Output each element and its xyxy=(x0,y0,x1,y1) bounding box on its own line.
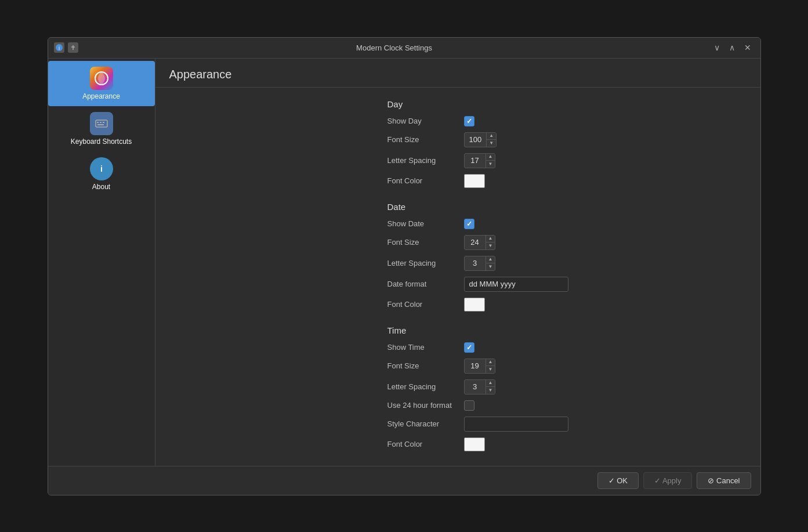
day-letter-spacing-down[interactable]: ▼ xyxy=(486,161,495,168)
sidebar-item-about[interactable]: i About xyxy=(48,151,155,197)
day-font-size-spinner-buttons: ▲ ▼ xyxy=(486,133,496,147)
day-font-size-up[interactable]: ▲ xyxy=(487,133,496,140)
date-letter-spacing-row: Letter Spacing 3 ▲ ▼ xyxy=(387,256,726,271)
date-font-color-row: Font Color xyxy=(387,298,726,312)
date-font-size-down[interactable]: ▼ xyxy=(486,243,495,249)
time-letter-spacing-row: Letter Spacing 3 ▲ ▼ xyxy=(387,379,726,395)
day-letter-spacing-value: 17 xyxy=(465,156,485,165)
time-letter-spacing-spinner: 3 ▲ ▼ xyxy=(464,379,496,395)
time-font-size-value: 19 xyxy=(465,361,485,370)
day-font-size-down[interactable]: ▼ xyxy=(487,140,496,147)
date-font-size-label: Font Size xyxy=(387,238,457,247)
day-font-color-label: Font Color xyxy=(387,176,457,185)
app-icon: i xyxy=(54,42,64,53)
day-font-size-value: 100 xyxy=(465,135,487,144)
footer: ✓ OK ✓ Apply ⊘ Cancel xyxy=(48,466,760,495)
day-letter-spacing-row: Letter Spacing 17 ▲ ▼ xyxy=(387,153,726,168)
date-letter-spacing-up[interactable]: ▲ xyxy=(486,256,495,264)
svg-rect-9 xyxy=(97,124,104,125)
titlebar: i Modern Clock Settings ∨ ∧ ✕ xyxy=(48,38,760,59)
show-date-check-mark: ✓ xyxy=(466,220,472,228)
date-section: Date Show Date ✓ Font Size 24 ▲ xyxy=(387,202,726,312)
time-letter-spacing-buttons: ▲ ▼ xyxy=(485,380,495,394)
day-letter-spacing-label: Letter Spacing xyxy=(387,156,457,165)
time-font-size-up[interactable]: ▲ xyxy=(486,359,495,367)
date-letter-spacing-spinner: 3 ▲ ▼ xyxy=(464,256,496,271)
content-area: Appearance Keyboard Shortcuts xyxy=(48,59,760,466)
time-letter-spacing-down[interactable]: ▼ xyxy=(486,387,495,394)
ok-button[interactable]: ✓ OK xyxy=(597,472,639,489)
day-section: Day Show Day ✓ Font Size 100 ▲ xyxy=(387,99,726,188)
time-font-color-label: Font Color xyxy=(387,440,457,448)
use-24-hour-label: Use 24 hour format xyxy=(387,401,457,410)
date-letter-spacing-down[interactable]: ▼ xyxy=(486,263,495,270)
titlebar-left-icons: i xyxy=(54,42,78,53)
date-font-size-row: Font Size 24 ▲ ▼ xyxy=(387,235,726,250)
show-date-label: Show Date xyxy=(387,219,457,228)
apply-button[interactable]: ✓ Apply xyxy=(643,472,692,489)
day-section-title: Day xyxy=(387,99,726,109)
time-font-color-row: Font Color xyxy=(387,437,726,451)
show-time-row: Show Time ✓ xyxy=(387,342,726,353)
date-font-color-label: Font Color xyxy=(387,300,457,309)
date-font-size-up[interactable]: ▲ xyxy=(486,236,495,243)
main-panel: Appearance Day Show Day ✓ Font Size xyxy=(155,59,760,466)
minimize-button[interactable]: ∨ xyxy=(711,42,723,53)
keyboard-icon xyxy=(90,112,113,135)
close-button[interactable]: ✕ xyxy=(741,42,755,53)
date-letter-spacing-label: Letter Spacing xyxy=(387,259,457,267)
show-day-checkbox[interactable]: ✓ xyxy=(464,116,474,126)
date-font-size-value: 24 xyxy=(465,238,485,247)
sidebar-item-keyboard-shortcuts[interactable]: Keyboard Shortcuts xyxy=(48,106,155,151)
time-letter-spacing-up[interactable]: ▲ xyxy=(486,380,495,388)
time-font-size-down[interactable]: ▼ xyxy=(486,366,495,373)
use-24-hour-row: Use 24 hour format xyxy=(387,400,726,411)
day-font-size-row: Font Size 100 ▲ ▼ xyxy=(387,132,726,147)
svg-text:i: i xyxy=(59,45,60,51)
date-letter-spacing-value: 3 xyxy=(465,259,485,267)
about-label: About xyxy=(92,183,110,191)
main-header: Appearance xyxy=(155,59,760,88)
window-controls: ∨ ∧ ✕ xyxy=(711,42,755,53)
date-font-color-swatch[interactable] xyxy=(464,298,485,312)
date-format-label: Date format xyxy=(387,280,457,288)
appearance-icon xyxy=(90,67,113,90)
date-font-size-spinner: 24 ▲ ▼ xyxy=(464,235,496,250)
time-font-size-label: Font Size xyxy=(387,361,457,370)
time-font-color-swatch[interactable] xyxy=(464,437,485,451)
show-day-check-mark: ✓ xyxy=(466,117,472,125)
main-content: Day Show Day ✓ Font Size 100 ▲ xyxy=(155,88,760,466)
show-time-check-mark: ✓ xyxy=(466,343,472,352)
show-time-label: Show Time xyxy=(387,343,457,352)
cancel-button[interactable]: ⊘ Cancel xyxy=(697,472,751,489)
maximize-button[interactable]: ∧ xyxy=(726,42,738,53)
time-section-title: Time xyxy=(387,325,726,335)
appearance-label: Appearance xyxy=(82,92,120,100)
svg-rect-7 xyxy=(100,122,102,123)
day-font-size-spinner: 100 ▲ ▼ xyxy=(464,132,497,147)
day-letter-spacing-up[interactable]: ▲ xyxy=(486,154,495,161)
style-character-row: Style Character xyxy=(387,417,726,432)
date-section-title: Date xyxy=(387,202,726,212)
keyboard-shortcuts-label: Keyboard Shortcuts xyxy=(71,137,132,146)
style-character-input[interactable] xyxy=(464,417,568,432)
day-font-color-row: Font Color xyxy=(387,174,726,188)
svg-rect-6 xyxy=(97,122,99,123)
date-letter-spacing-buttons: ▲ ▼ xyxy=(485,256,495,270)
time-letter-spacing-value: 3 xyxy=(465,382,485,391)
date-format-input[interactable] xyxy=(464,277,568,292)
use-24-hour-checkbox[interactable] xyxy=(464,400,474,411)
time-section: Time Show Time ✓ Font Size 19 ▲ xyxy=(387,325,726,451)
day-letter-spacing-spinner: 17 ▲ ▼ xyxy=(464,153,496,168)
time-font-size-spinner: 19 ▲ ▼ xyxy=(464,359,496,374)
day-font-color-swatch[interactable] xyxy=(464,174,485,188)
about-icon: i xyxy=(90,157,113,180)
show-time-checkbox[interactable]: ✓ xyxy=(464,342,474,353)
show-date-row: Show Date ✓ xyxy=(387,219,726,229)
window-title: Modern Clock Settings xyxy=(78,44,711,52)
time-font-size-row: Font Size 19 ▲ ▼ xyxy=(387,359,726,374)
show-date-checkbox[interactable]: ✓ xyxy=(464,219,474,229)
time-font-size-buttons: ▲ ▼ xyxy=(485,359,495,373)
day-letter-spacing-buttons: ▲ ▼ xyxy=(485,154,495,168)
sidebar-item-appearance[interactable]: Appearance xyxy=(48,61,155,106)
